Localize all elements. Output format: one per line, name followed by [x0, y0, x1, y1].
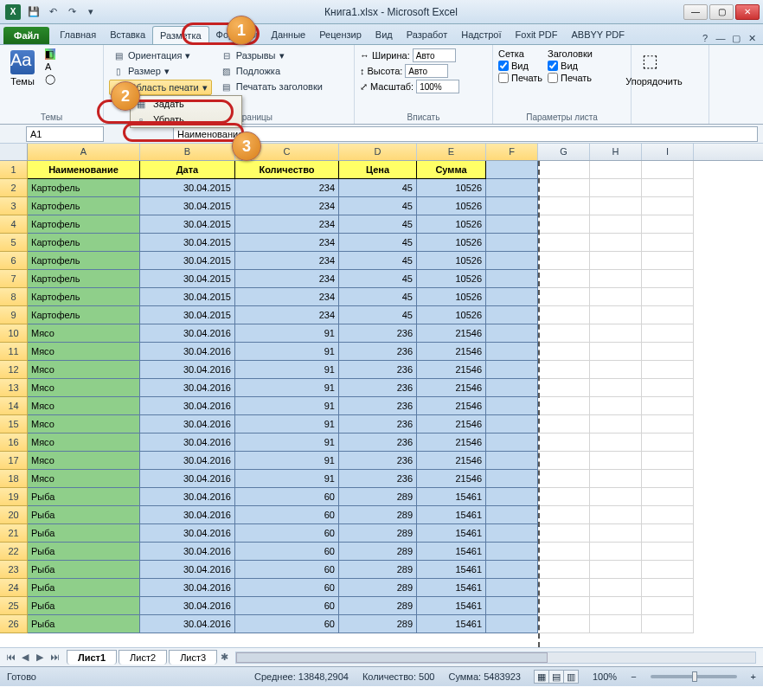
cell[interactable]	[538, 506, 590, 524]
cell[interactable]: Мясо	[28, 397, 140, 415]
cell[interactable]	[590, 379, 642, 397]
cell[interactable]	[590, 561, 642, 579]
column-header[interactable]: H	[590, 144, 642, 160]
themes-button[interactable]: Aa Темы	[5, 48, 40, 111]
minimize-button[interactable]: —	[683, 4, 708, 20]
cell[interactable]: 15461	[417, 506, 486, 524]
cell[interactable]: 30.04.2016	[140, 488, 235, 506]
row-header[interactable]: 18	[0, 470, 28, 488]
cell[interactable]: 91	[235, 433, 339, 452]
cell[interactable]	[538, 215, 590, 234]
row-header[interactable]: 7	[0, 270, 28, 288]
cell[interactable]: 30.04.2016	[140, 452, 235, 470]
cell[interactable]	[590, 615, 642, 633]
cell[interactable]	[486, 524, 538, 543]
cell[interactable]	[486, 543, 538, 561]
cell[interactable]: 15461	[417, 597, 486, 615]
cell[interactable]	[538, 161, 590, 179]
cell[interactable]: Цена	[339, 161, 417, 179]
ribbon-tab[interactable]: Вид	[369, 26, 400, 44]
zoom-in-icon[interactable]: +	[751, 671, 756, 682]
cell[interactable]: 30.04.2015	[140, 252, 235, 270]
ribbon-tab[interactable]: ABBYY PDF	[564, 26, 632, 44]
cell[interactable]	[538, 343, 590, 361]
cell[interactable]	[642, 379, 694, 397]
cell[interactable]: 236	[339, 343, 417, 361]
row-header[interactable]: 3	[0, 197, 28, 215]
cell[interactable]: 21546	[417, 343, 486, 361]
cell[interactable]: 10526	[417, 215, 486, 234]
cell[interactable]: 60	[235, 597, 339, 615]
cell[interactable]	[590, 506, 642, 524]
cell[interactable]	[642, 452, 694, 470]
cell[interactable]	[590, 343, 642, 361]
row-header[interactable]: 24	[0, 579, 28, 597]
cell[interactable]	[538, 324, 590, 343]
cell[interactable]	[642, 252, 694, 270]
cell[interactable]	[538, 488, 590, 506]
cell[interactable]: 234	[235, 215, 339, 234]
horizontal-scrollbar[interactable]	[235, 652, 756, 664]
clear-print-area-item[interactable]: ▫Убрать	[131, 112, 241, 127]
zoom-thumb[interactable]	[692, 671, 697, 682]
cell[interactable]: 234	[235, 234, 339, 252]
column-header[interactable]: G	[538, 144, 590, 160]
cell[interactable]: 15461	[417, 561, 486, 579]
cell[interactable]	[486, 343, 538, 361]
page-layout-view-icon[interactable]: ▤	[548, 670, 564, 684]
cell[interactable]: 10526	[417, 234, 486, 252]
cell[interactable]: 91	[235, 415, 339, 433]
cell[interactable]: 289	[339, 579, 417, 597]
cell[interactable]: 289	[339, 506, 417, 524]
cell[interactable]: 45	[339, 197, 417, 215]
cell[interactable]	[486, 615, 538, 633]
cell[interactable]	[486, 197, 538, 215]
cell[interactable]	[642, 197, 694, 215]
cell[interactable]: 30.04.2016	[140, 579, 235, 597]
cell[interactable]	[486, 506, 538, 524]
cell[interactable]	[642, 288, 694, 306]
cell[interactable]: 30.04.2015	[140, 270, 235, 288]
column-header[interactable]: B	[140, 144, 235, 160]
cell[interactable]	[642, 397, 694, 415]
cell[interactable]	[590, 488, 642, 506]
column-header[interactable]: E	[417, 144, 486, 160]
ribbon-tab[interactable]: Вставка	[103, 26, 152, 44]
cell[interactable]	[538, 306, 590, 324]
sheet-nav-next-icon[interactable]: ▶	[33, 652, 47, 663]
cell[interactable]: 236	[339, 324, 417, 343]
cell[interactable]: 15461	[417, 543, 486, 561]
cell[interactable]	[642, 361, 694, 379]
cell[interactable]: 60	[235, 488, 339, 506]
cell[interactable]: 236	[339, 470, 417, 488]
cell[interactable]: Рыба	[28, 506, 140, 524]
cell[interactable]	[486, 234, 538, 252]
row-header[interactable]: 19	[0, 488, 28, 506]
cell[interactable]	[642, 215, 694, 234]
cell[interactable]: 30.04.2015	[140, 215, 235, 234]
sheet-tab[interactable]: Лист1	[67, 650, 117, 665]
cell[interactable]: 91	[235, 397, 339, 415]
cell[interactable]: Количество	[235, 161, 339, 179]
cell[interactable]	[590, 179, 642, 197]
cell[interactable]: 21546	[417, 470, 486, 488]
cell[interactable]: 234	[235, 270, 339, 288]
cell[interactable]	[590, 197, 642, 215]
cell[interactable]	[642, 579, 694, 597]
doc-minimize-icon[interactable]: —	[715, 33, 727, 44]
ribbon-tab[interactable]: Данные	[264, 26, 312, 44]
cell[interactable]: 30.04.2015	[140, 234, 235, 252]
cell[interactable]: Картофель	[28, 197, 140, 215]
cell[interactable]: 21546	[417, 433, 486, 452]
column-header[interactable]: F	[486, 144, 538, 160]
ribbon-tab[interactable]: Надстрої	[454, 26, 508, 44]
cell[interactable]: 45	[339, 270, 417, 288]
cell[interactable]	[642, 506, 694, 524]
cell[interactable]: 21546	[417, 324, 486, 343]
cell[interactable]: 236	[339, 361, 417, 379]
print-titles-button[interactable]: ▤Печатать заголовки	[217, 80, 326, 93]
cell[interactable]	[590, 234, 642, 252]
cell[interactable]	[538, 252, 590, 270]
cell[interactable]	[538, 579, 590, 597]
cell[interactable]: 15461	[417, 524, 486, 543]
